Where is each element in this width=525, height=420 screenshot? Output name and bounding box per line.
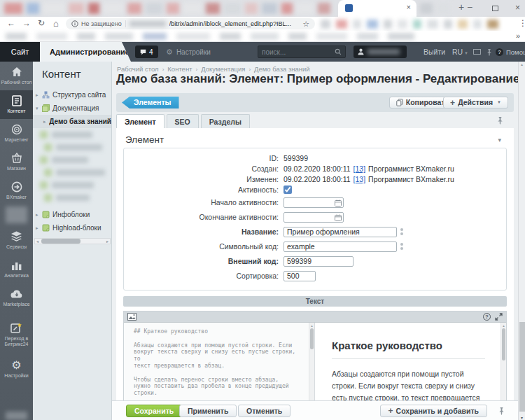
sidebar-item-marketing[interactable]: Маркетинг — [0, 119, 33, 148]
window-minimize-button[interactable]: – — [468, 2, 472, 12]
markdown-source[interactable]: ## Краткое руководство Абзацы создаются … — [134, 328, 299, 400]
back-icon[interactable]: ← — [7, 18, 15, 28]
admin-search[interactable] — [258, 46, 346, 58]
pin-form-icon[interactable] — [496, 116, 504, 125]
user-menu[interactable] — [354, 46, 407, 58]
tab-sections[interactable]: Разделы — [201, 114, 250, 128]
tab-close-icon[interactable]: × — [407, 3, 411, 11]
page-scrollbar[interactable]: ▴ ▾ — [518, 62, 525, 420]
notifications-button[interactable]: 4 — [135, 46, 158, 58]
tree-item-demo-knowledge-base[interactable]: ▸ Демо база знаний — [33, 115, 111, 128]
save-and-add-button[interactable]: + Сохранить и добавить — [380, 405, 487, 417]
field-code: Символьный код: — [124, 239, 506, 253]
bookmark-star-icon[interactable]: ☆ — [302, 20, 309, 29]
scroll-up-icon[interactable]: ▴ — [309, 323, 314, 328]
logout-link[interactable]: Выйти — [424, 42, 445, 62]
user-id-link[interactable]: [13] — [354, 164, 366, 173]
section-title[interactable]: Элемент — [123, 134, 507, 148]
tree-item-highload-blocks[interactable]: ▸ Highload-блоки — [33, 221, 111, 234]
new-tab-button[interactable]: + — [458, 1, 464, 13]
external-code-input[interactable] — [284, 256, 354, 267]
help-button[interactable]: ? Помощь — [496, 42, 525, 62]
tree-item-documentation[interactable]: ▾ Документация — [33, 102, 111, 115]
copy-icon — [396, 99, 403, 106]
sort-input[interactable] — [284, 271, 316, 281]
browser-active-tab[interactable]: × — [338, 0, 416, 17]
field-settings-icon[interactable] — [400, 243, 404, 246]
tree-title: Контент — [33, 62, 111, 84]
field-settings-icon[interactable] — [400, 228, 404, 231]
field-active-to: Окончание активности: — [124, 210, 506, 224]
window-maximize-button[interactable] — [492, 6, 498, 11]
code-input[interactable] — [284, 241, 397, 252]
info-icon — [71, 20, 78, 27]
blurred-bookmarks — [6, 33, 496, 40]
calendar-icon[interactable] — [335, 200, 342, 206]
tab-element[interactable]: Элемент — [116, 114, 164, 128]
user-id-link[interactable]: [13] — [354, 175, 366, 183]
reload-icon[interactable]: ↻ — [38, 18, 45, 28]
settings-menu-button[interactable]: ⚙ Настройки — [166, 42, 211, 62]
sidebar-item-shop[interactable]: Магазин — [0, 148, 33, 176]
language-selector[interactable]: RU▾ — [452, 42, 468, 62]
scroll-left-icon[interactable]: ◂ — [35, 239, 40, 244]
field-sort: Сортировка: — [124, 269, 506, 283]
url-bar[interactable]: Не защищено /bitrix/admin/iblock_element… — [66, 18, 315, 29]
tree-horizontal-scrollbar[interactable]: ◂ ▸ — [34, 238, 111, 244]
scrollbar-track[interactable] — [40, 239, 105, 244]
sidebar-item-settings[interactable]: ⚙ Настройки — [0, 355, 33, 384]
markdown-editor: ? ## Краткое руководство Абзацы создаютс… — [123, 311, 507, 400]
tree-item-infoblocks[interactable]: ▸ Инфоблоки — [33, 208, 111, 221]
arrow-circle-icon — [1, 181, 32, 192]
search-input[interactable] — [262, 48, 335, 56]
collapse-icon[interactable]: ▾ — [498, 136, 501, 144]
blurred-tabs — [4, 3, 335, 14]
sidebar-item-bxmaker[interactable]: BXmaker — [0, 176, 33, 205]
site-tab[interactable]: Сайт — [0, 42, 40, 62]
editor-help-icon[interactable]: ? — [483, 313, 491, 321]
bookmarks-overflow-icon[interactable]: » — [516, 31, 520, 40]
scroll-down-icon[interactable]: ▾ — [519, 415, 525, 420]
scrollbar-thumb[interactable] — [502, 328, 505, 360]
scroll-right-icon[interactable]: ▸ — [105, 239, 110, 244]
field-label: Создан: — [124, 164, 284, 173]
insert-image-icon[interactable] — [127, 313, 136, 321]
scroll-up-icon[interactable]: ▴ — [519, 62, 525, 66]
forward-icon[interactable]: → — [22, 18, 31, 28]
desktop-mode-icon[interactable] — [473, 49, 481, 55]
actions-button[interactable]: + Действия ▼ — [443, 97, 508, 108]
pin-footer-icon[interactable] — [498, 407, 505, 415]
editor-source-pane[interactable]: ## Краткое руководство Абзацы создаются … — [124, 323, 315, 400]
admin-top-nav: Сайт Администрирование 4 ⚙ Настройки Вый… — [0, 42, 525, 62]
sidebar-item-bitrix24[interactable]: Переход в Битрикс24 — [0, 318, 33, 352]
sidebar-item-content[interactable]: Контент — [0, 90, 33, 119]
administration-tab[interactable]: Администрирование — [40, 42, 131, 62]
save-button[interactable]: Сохранить — [126, 405, 182, 417]
home-icon[interactable]: ⌂ — [53, 18, 59, 29]
tree-item-site-structure[interactable]: ▸ Структура сайта — [33, 88, 111, 102]
preview-scrollbar[interactable]: ▴ — [500, 323, 506, 400]
main-sidebar: Рабочий стол Контент Маркетинг Магазин B… — [0, 62, 33, 420]
browser-menu-icon[interactable]: ⋮ — [519, 18, 525, 28]
text-section-header[interactable]: Текст — [123, 296, 507, 307]
elements-back-button[interactable]: Элементы — [122, 97, 179, 108]
fullscreen-icon[interactable] — [495, 313, 503, 321]
scrollbar-thumb[interactable] — [310, 328, 314, 349]
scrollbar-thumb[interactable] — [519, 322, 525, 412]
tab-seo[interactable]: SEO — [167, 114, 199, 128]
apply-button[interactable]: Применить — [179, 405, 237, 417]
calendar-icon[interactable] — [335, 214, 342, 221]
cancel-button[interactable]: Отменить — [238, 405, 290, 417]
scrollbar-thumb[interactable] — [41, 239, 80, 244]
sidebar-item-services[interactable]: Сервисы — [0, 226, 33, 255]
active-checkbox[interactable] — [284, 186, 292, 194]
pin-nav-icon[interactable] — [486, 48, 493, 56]
sidebar-item-marketplace[interactable]: Marketplace — [0, 284, 33, 312]
source-scrollbar[interactable]: ▴ — [309, 323, 314, 400]
sidebar-item-desktop[interactable]: Рабочий стол — [0, 62, 33, 90]
sidebar-item-analytics[interactable]: Аналитика — [0, 255, 33, 284]
scroll-up-icon[interactable]: ▴ — [501, 323, 506, 328]
name-input[interactable] — [284, 227, 397, 237]
main-content: Рабочий стол›Контент›Документация›Демо б… — [112, 62, 518, 420]
window-close-button[interactable]: × — [515, 3, 520, 13]
